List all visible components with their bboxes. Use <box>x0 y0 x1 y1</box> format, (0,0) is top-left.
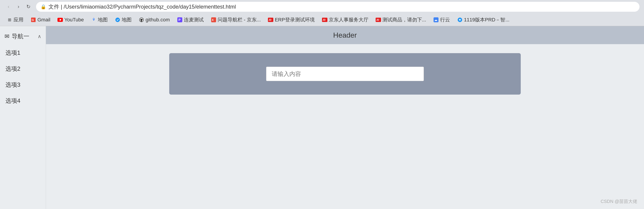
sidebar-item-option4[interactable]: 选项4 <box>0 93 46 109</box>
svg-text:JD: JD <box>376 19 379 21</box>
bookmark-star[interactable]: 1119版本PRD－智... <box>454 15 513 24</box>
bookmark-youtube[interactable]: YouTube <box>54 16 87 24</box>
bookmark-jd-test-label: 测试商品，请勿下... <box>382 16 426 23</box>
sidebar-item-option1[interactable]: 选项1 <box>0 45 46 61</box>
bookmark-jd-test[interactable]: JD 测试商品，请勿下... <box>372 15 429 24</box>
gmail-icon: G <box>31 17 36 22</box>
bookmark-wd-label: 问题导航栏 - 京东... <box>218 16 261 23</box>
content-box <box>169 53 521 94</box>
bookmarks-bar: ⊞ 应用 G Gmail YouTube 地图 <box>0 14 644 26</box>
github-icon <box>139 17 144 22</box>
star-icon <box>457 17 462 22</box>
bookmark-lm-label: 连麦测试 <box>184 16 204 23</box>
bookmark-lm[interactable]: P 连麦测试 <box>174 15 207 24</box>
page-content: ✉ 导航一 ∧ 选项1 选项2 选项3 选项4 Header <box>0 26 644 209</box>
forward-button[interactable]: › <box>14 3 22 11</box>
main-area: Header <box>46 26 644 209</box>
svg-text:P: P <box>178 18 180 22</box>
bookmark-cloud[interactable]: ☁ 行云 <box>430 15 453 24</box>
lm-icon: P <box>177 17 182 22</box>
cloud-icon: ☁ <box>433 17 439 22</box>
sidebar-nav-header-left: ✉ 导航一 <box>4 32 29 40</box>
back-button[interactable]: ‹ <box>4 3 12 11</box>
sidebar: ✉ 导航一 ∧ 选项1 选项2 选项3 选项4 <box>0 26 46 209</box>
svg-point-5 <box>115 18 120 22</box>
collapse-button[interactable]: ∧ <box>38 34 41 40</box>
main-header: Header <box>46 26 644 44</box>
bookmark-jd-erp-label: ERP登录测试环境 <box>275 16 314 23</box>
sidebar-item-option3[interactable]: 选项3 <box>0 77 46 93</box>
lock-icon: 🔒 <box>40 4 46 10</box>
jd-hr-icon: JD <box>322 17 328 22</box>
sidebar-nav-title: 导航一 <box>12 32 29 40</box>
sidebar-item-option2[interactable]: 选项2 <box>0 61 46 77</box>
bookmark-youtube-label: YouTube <box>64 17 84 23</box>
jenkies-icon <box>115 17 120 22</box>
header-title: Header <box>333 31 357 40</box>
bookmark-maps[interactable]: 地图 <box>88 15 111 24</box>
bookmark-gmail[interactable]: G Gmail <box>28 16 54 24</box>
address-text: 文件 | /Users/limiaomiao32/PycharmProjects… <box>48 3 635 10</box>
address-bar[interactable]: 🔒 文件 | /Users/limiaomiao32/PycharmProjec… <box>36 2 640 12</box>
bookmark-star-label: 1119版本PRD－智... <box>464 16 510 23</box>
bookmark-github[interactable]: github.com <box>136 16 173 24</box>
watermark-text: CSDN @苗苗大佬 <box>600 199 637 204</box>
maps-icon <box>91 17 96 22</box>
bookmark-jd-hr-label: 京东人事服务大厅 <box>329 16 368 23</box>
mail-icon: ✉ <box>4 33 10 40</box>
bookmark-github-label: github.com <box>146 17 170 23</box>
address-url: /Users/limiaomiao32/PycharmProjects/tqz_… <box>64 4 236 10</box>
sidebar-nav-header: ✉ 导航一 ∧ <box>0 26 46 45</box>
sidebar-item-option1-label: 选项1 <box>6 49 20 56</box>
svg-text:X: X <box>212 18 214 22</box>
main-body <box>46 44 644 209</box>
browser-chrome: ‹ › ↻ 🔒 文件 | /Users/limiaomiao32/Pycharm… <box>0 0 644 26</box>
search-input[interactable] <box>266 67 424 81</box>
bookmark-wd[interactable]: X 问题导航栏 - 京东... <box>208 15 264 24</box>
title-bar: ‹ › ↻ 🔒 文件 | /Users/limiaomiao32/Pycharm… <box>0 0 644 14</box>
bookmark-maps-label: 地图 <box>98 16 108 23</box>
address-protocol: 文件 <box>48 4 59 10</box>
svg-text:JD: JD <box>322 19 326 21</box>
jd-test-icon: JD <box>376 17 381 22</box>
apps-icon: ⊞ <box>7 17 12 22</box>
svg-text:JD: JD <box>268 19 272 21</box>
bookmark-jd-erp[interactable]: JD ERP登录测试环境 <box>265 15 318 24</box>
reload-button[interactable]: ↻ <box>24 3 32 11</box>
nav-buttons: ‹ › ↻ <box>4 3 32 11</box>
bookmark-jd-hr[interactable]: JD 京东人事服务大厅 <box>319 15 372 24</box>
svg-text:G: G <box>32 18 34 22</box>
footer-watermark: CSDN @苗苗大佬 <box>600 198 637 204</box>
sidebar-item-option4-label: 选项4 <box>6 97 20 104</box>
bookmark-apps-label: 应用 <box>14 16 24 23</box>
bookmark-apps[interactable]: ⊞ 应用 <box>4 15 26 24</box>
sidebar-item-option3-label: 选项3 <box>6 81 20 88</box>
bookmark-cloud-label: 行云 <box>440 16 450 23</box>
bookmark-gmail-label: Gmail <box>38 17 50 23</box>
address-separator: | <box>61 4 64 10</box>
wd-icon: X <box>211 17 216 22</box>
bookmark-jenkies-label: 地图 <box>122 16 132 23</box>
bookmark-jenkies[interactable]: 地图 <box>112 15 135 24</box>
youtube-icon <box>58 17 63 22</box>
sidebar-item-option2-label: 选项2 <box>6 65 20 72</box>
jd-erp-icon: JD <box>268 17 273 22</box>
svg-point-4 <box>93 18 94 19</box>
svg-text:☁: ☁ <box>434 18 437 22</box>
